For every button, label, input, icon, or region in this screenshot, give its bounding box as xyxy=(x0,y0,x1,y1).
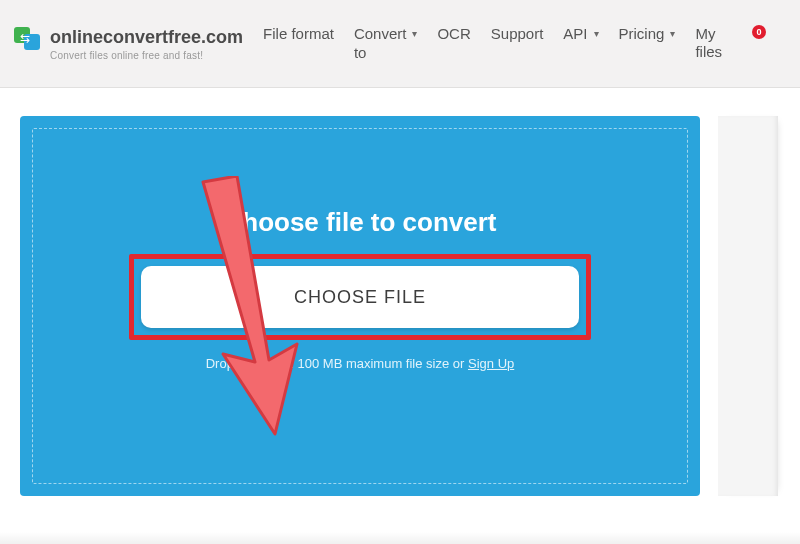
page-root: { "brand": { "name": "onlineconvertfree.… xyxy=(0,0,800,544)
nav-convert-to[interactable]: Convert ▾ to xyxy=(354,25,418,63)
nav-my-files[interactable]: My files xyxy=(695,25,722,61)
main: Choose file to convert CHOOSE FILE Drop … xyxy=(0,88,800,496)
nav-support[interactable]: Support xyxy=(491,25,544,44)
nav-label: to xyxy=(354,44,418,63)
side-panel xyxy=(718,116,778,496)
chevron-down-icon: ▾ xyxy=(670,28,675,41)
choose-file-button[interactable]: CHOOSE FILE xyxy=(141,266,579,328)
nav-label: File format xyxy=(263,25,334,44)
nav-pricing[interactable]: Pricing ▾ xyxy=(619,25,676,44)
choose-wrap: CHOOSE FILE xyxy=(141,266,579,328)
top-nav: ⇆ onlineconvertfree.com Convert files on… xyxy=(0,0,800,88)
nav-label: API xyxy=(563,25,587,44)
nav-ocr[interactable]: OCR xyxy=(437,25,470,44)
logo-icon: ⇆ xyxy=(14,27,42,51)
nav-label: OCR xyxy=(437,25,470,42)
upload-dropzone[interactable]: Choose file to convert CHOOSE FILE Drop … xyxy=(32,128,688,484)
nav-items: File format Convert ▾ to OCR Support API… xyxy=(263,25,766,63)
nav-api[interactable]: API ▾ xyxy=(563,25,598,44)
upload-title: Choose file to convert xyxy=(223,207,496,238)
brand-text: onlineconvertfree.com Convert files onli… xyxy=(50,27,243,61)
files-count-badge: 0 xyxy=(752,25,766,39)
nav-label: files xyxy=(695,43,722,61)
nav-file-format[interactable]: File format xyxy=(263,25,334,44)
nav-label: Support xyxy=(491,25,544,42)
brand[interactable]: ⇆ onlineconvertfree.com Convert files on… xyxy=(14,27,243,61)
brand-tagline: Convert files online free and fast! xyxy=(50,50,243,61)
drop-hint-text: Drop files here. 100 MB maximum file siz… xyxy=(206,356,468,371)
nav-label: Pricing xyxy=(619,25,665,44)
signup-link[interactable]: Sign Up xyxy=(468,356,514,371)
chevron-down-icon: ▾ xyxy=(594,28,599,41)
drop-hint: Drop files here. 100 MB maximum file siz… xyxy=(206,356,515,371)
brand-name: onlineconvertfree.com xyxy=(50,27,243,48)
nav-label: My xyxy=(695,25,722,43)
badge-value: 0 xyxy=(757,27,762,37)
nav-label: Convert xyxy=(354,25,407,44)
chevron-down-icon: ▾ xyxy=(412,28,417,41)
upload-panel: Choose file to convert CHOOSE FILE Drop … xyxy=(20,116,700,496)
